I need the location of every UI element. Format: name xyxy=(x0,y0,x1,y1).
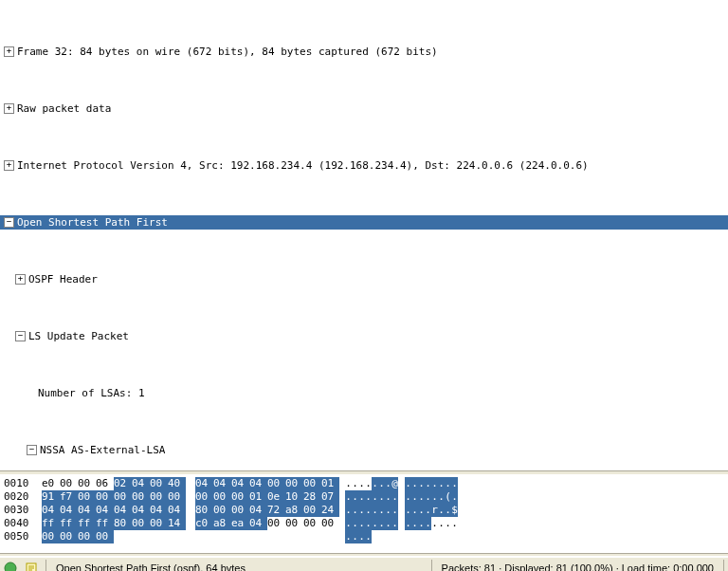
hex-byte[interactable]: 00 xyxy=(114,490,132,504)
hex-line[interactable]: 002091f7000000000000000000010e102807....… xyxy=(4,490,724,504)
hex-bytes[interactable]: 00000000 xyxy=(42,530,339,543)
hex-ascii[interactable]: ........ ......(. xyxy=(345,490,458,504)
hex-byte[interactable]: 72 xyxy=(267,504,285,517)
hex-byte[interactable]: 00 xyxy=(303,504,321,517)
hex-ascii-char[interactable]: . xyxy=(358,517,365,530)
tree-row-ip[interactable]: + Internet Protocol Version 4, Src: 192.… xyxy=(0,158,728,173)
hex-byte[interactable]: 04 xyxy=(213,477,231,490)
tree-row-ospf-header[interactable]: + OSPF Header xyxy=(0,272,728,286)
capture-file-icon[interactable] xyxy=(24,561,39,571)
hex-byte[interactable]: 00 xyxy=(213,504,231,517)
hex-byte[interactable]: 00 xyxy=(303,517,321,530)
hex-byte[interactable]: 04 xyxy=(195,477,213,490)
hex-byte[interactable]: 00 xyxy=(96,530,114,543)
hex-bytes[interactable]: 91f7000000000000000000010e102807 xyxy=(42,490,339,504)
hex-ascii-char[interactable]: . xyxy=(345,530,352,543)
hex-byte[interactable]: 0e xyxy=(267,490,285,504)
hex-byte[interactable]: 14 xyxy=(168,517,186,530)
collapse-icon[interactable]: − xyxy=(4,217,14,228)
hex-byte[interactable]: 04 xyxy=(132,504,150,517)
hex-ascii-char[interactable]: . xyxy=(411,477,418,490)
hex-byte[interactable]: 00 xyxy=(150,477,168,490)
hex-byte[interactable]: ff xyxy=(42,517,60,530)
hex-byte[interactable]: 01 xyxy=(321,477,339,490)
hex-byte[interactable]: 00 xyxy=(150,517,168,530)
hex-ascii-char[interactable]: . xyxy=(345,517,352,530)
hex-line[interactable]: 005000000000.... xyxy=(4,530,724,543)
hex-ascii-char[interactable]: . xyxy=(451,477,458,490)
hex-ascii-char[interactable]: . xyxy=(418,490,425,504)
hex-ascii-char[interactable]: . xyxy=(445,517,451,530)
hex-byte[interactable]: 04 xyxy=(150,504,168,517)
hex-ascii-char[interactable]: . xyxy=(365,477,372,490)
hex-bytes[interactable]: 04040404040404048000000472a80024 xyxy=(42,504,339,517)
hex-ascii-char[interactable]: . xyxy=(365,530,372,543)
hex-ascii-char[interactable]: . xyxy=(431,490,438,504)
hex-byte[interactable]: 00 xyxy=(213,490,231,504)
hex-byte[interactable]: 04 xyxy=(231,477,249,490)
hex-byte[interactable]: 00 xyxy=(303,477,321,490)
hex-byte[interactable]: 28 xyxy=(303,490,321,504)
hex-byte[interactable]: 24 xyxy=(321,504,339,517)
hex-ascii-char[interactable]: @ xyxy=(391,477,398,490)
hex-ascii[interactable]: .... xyxy=(345,530,458,543)
hex-byte[interactable]: 40 xyxy=(168,477,186,490)
hex-ascii-char[interactable]: . xyxy=(425,517,431,530)
hex-ascii-char[interactable]: . xyxy=(418,504,425,517)
hex-ascii-char[interactable]: . xyxy=(365,504,372,517)
hex-byte[interactable]: 04 xyxy=(249,517,267,530)
hex-ascii-char[interactable]: . xyxy=(378,517,385,530)
hex-ascii-char[interactable]: . xyxy=(411,490,418,504)
hex-byte[interactable]: 07 xyxy=(321,490,339,504)
hex-ascii-char[interactable]: . xyxy=(358,490,365,504)
hex-ascii-char[interactable]: . xyxy=(391,490,398,504)
tree-row-num-lsa[interactable]: Number of LSAs: 1 xyxy=(0,386,728,400)
hex-ascii-char[interactable]: . xyxy=(352,517,358,530)
tree-row-frame[interactable]: + Frame 32: 84 bytes on wire (672 bits),… xyxy=(0,45,728,59)
hex-byte[interactable]: a8 xyxy=(285,504,303,517)
hex-bytes[interactable]: e0000006020400400404040400000001 xyxy=(42,477,339,490)
expand-icon[interactable]: + xyxy=(15,274,26,285)
hex-byte[interactable]: 80 xyxy=(114,517,132,530)
hex-byte[interactable]: 10 xyxy=(285,490,303,504)
hex-ascii-char[interactable]: . xyxy=(378,490,385,504)
collapse-icon[interactable]: − xyxy=(15,331,26,341)
hex-byte[interactable]: 04 xyxy=(132,477,150,490)
hex-ascii-char[interactable]: . xyxy=(385,490,391,504)
packet-details-tree[interactable]: + Frame 32: 84 bytes on wire (672 bits),… xyxy=(0,0,728,470)
expand-icon[interactable]: + xyxy=(4,103,14,114)
hex-bytes[interactable]: ffffffff80000014c0a8ea0400000000 xyxy=(42,517,339,530)
hex-byte[interactable]: ff xyxy=(96,517,114,530)
expand-icon[interactable]: + xyxy=(4,160,14,171)
hex-ascii-char[interactable]: . xyxy=(385,504,391,517)
hex-ascii-char[interactable]: . xyxy=(385,517,391,530)
hex-byte[interactable]: 00 xyxy=(42,530,60,543)
hex-ascii-char[interactable]: . xyxy=(431,517,438,530)
expand-icon[interactable]: + xyxy=(4,46,14,57)
collapse-icon[interactable]: − xyxy=(27,445,37,455)
hex-ascii-char[interactable]: . xyxy=(365,517,372,530)
hex-ascii-char[interactable]: . xyxy=(352,530,358,543)
hex-ascii-char[interactable]: . xyxy=(345,504,352,517)
hex-ascii[interactable]: ........ ....r..$ xyxy=(345,504,458,517)
hex-byte[interactable]: a8 xyxy=(213,517,231,530)
hex-byte[interactable]: 00 xyxy=(267,477,285,490)
hex-byte[interactable]: 00 xyxy=(60,477,78,490)
hex-ascii-char[interactable]: . xyxy=(378,477,385,490)
hex-byte[interactable]: 02 xyxy=(114,477,132,490)
hex-byte[interactable]: 00 xyxy=(78,530,96,543)
hex-ascii-char[interactable]: . xyxy=(391,504,398,517)
hex-ascii-char[interactable]: . xyxy=(352,477,358,490)
hex-ascii-char[interactable]: . xyxy=(372,504,378,517)
hex-ascii-char[interactable]: . xyxy=(438,517,445,530)
hex-byte[interactable]: 04 xyxy=(168,504,186,517)
hex-byte[interactable]: 04 xyxy=(249,477,267,490)
hex-ascii-char[interactable]: . xyxy=(425,504,431,517)
hex-ascii-char[interactable]: . xyxy=(438,504,445,517)
hex-ascii-char[interactable]: . xyxy=(411,517,418,530)
tree-row-raw[interactable]: + Raw packet data xyxy=(0,101,728,116)
hex-byte[interactable]: f7 xyxy=(60,490,78,504)
hex-byte[interactable]: 06 xyxy=(96,477,114,490)
hex-ascii-char[interactable]: . xyxy=(378,504,385,517)
tree-row-lsu[interactable]: − LS Update Packet xyxy=(0,329,728,343)
